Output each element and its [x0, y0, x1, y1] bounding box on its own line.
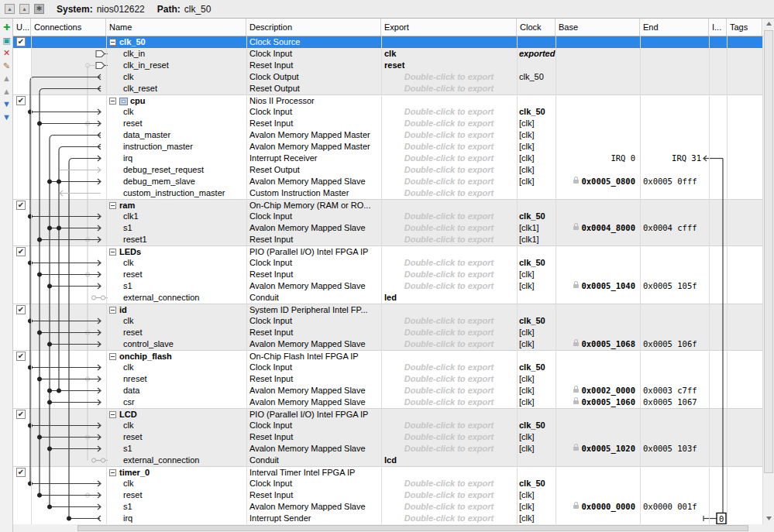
- use-checkbox[interactable]: ✔: [16, 96, 26, 105]
- cell-name[interactable]: clk: [106, 420, 246, 431]
- use-checkbox[interactable]: ✔: [16, 468, 26, 477]
- vertical-scrollbar[interactable]: [763, 19, 774, 524]
- collapse-expander-icon[interactable]: [109, 469, 116, 476]
- table-row[interactable]: clkClock InputDouble-click to exportclk_…: [13, 362, 763, 373]
- move-up-icon[interactable]: ▲: [1, 86, 12, 97]
- move-down-icon[interactable]: ▼: [1, 98, 12, 109]
- cell-export-placeholder[interactable]: Double-click to export: [381, 396, 517, 408]
- use-checkbox[interactable]: ✔: [16, 201, 26, 210]
- table-row[interactable]: custom_instruction_masterCustom Instruct…: [13, 187, 763, 199]
- cell-end-address[interactable]: 0x0005 106f: [640, 338, 709, 350]
- cell-clock[interactable]: clk_50: [517, 71, 556, 83]
- cell-name[interactable]: LCD: [106, 409, 246, 420]
- cell-export-placeholder[interactable]: Double-click to export: [381, 141, 517, 153]
- cell-name[interactable]: clk: [106, 315, 246, 327]
- cell-description[interactable]: Clock Input: [246, 211, 381, 222]
- collapse-expander-icon[interactable]: [109, 353, 116, 360]
- table-row[interactable]: clkClock InputDouble-click to exportclk_…: [13, 420, 763, 431]
- cell-clock[interactable]: clk_50: [517, 362, 556, 373]
- cell-clock[interactable]: [clk]: [517, 443, 556, 455]
- cell-export-placeholder[interactable]: Double-click to export: [381, 431, 517, 443]
- cell-description[interactable]: Reset Output: [246, 83, 381, 94]
- horizontal-scrollbar[interactable]: [13, 524, 774, 532]
- cell-clock[interactable]: [clk]: [517, 176, 556, 187]
- table-row[interactable]: data_masterAvalon Memory Mapped MasterDo…: [13, 129, 763, 141]
- collapse-expander-icon[interactable]: [109, 98, 116, 105]
- cell-export-placeholder[interactable]: Double-click to export: [381, 373, 517, 385]
- cell-clock[interactable]: [clk]: [517, 164, 556, 176]
- cell-export-placeholder[interactable]: Double-click to export: [381, 83, 517, 94]
- cell-export[interactable]: [381, 36, 517, 48]
- table-row[interactable]: dataAvalon Memory Mapped SlaveDouble-cli…: [13, 385, 763, 396]
- table-row[interactable]: s1Avalon Memory Mapped SlaveDouble-click…: [13, 222, 763, 234]
- cell-clock[interactable]: [clk]: [517, 327, 556, 338]
- cell-description[interactable]: Clock Input: [246, 315, 381, 327]
- cell-description[interactable]: Reset Input: [246, 327, 381, 338]
- cell-name[interactable]: custom_instruction_master: [106, 187, 246, 199]
- use-checkbox[interactable]: ✔: [16, 305, 26, 314]
- cell-description[interactable]: Clock Input: [246, 478, 381, 489]
- cell-name[interactable]: clk: [106, 106, 246, 118]
- table-row[interactable]: irqInterrupt ReceiverDouble-click to exp…: [13, 153, 763, 164]
- cell-name[interactable]: clk_in_reset: [106, 60, 246, 71]
- cell-name[interactable]: s1: [106, 443, 246, 455]
- use-checkbox[interactable]: ✔: [16, 37, 26, 46]
- scroll-up-button[interactable]: [763, 19, 774, 29]
- cell-export-placeholder[interactable]: Double-click to export: [381, 420, 517, 431]
- column-header-name[interactable]: Name: [106, 19, 246, 36]
- column-header-base[interactable]: Base: [556, 19, 640, 36]
- cell-export[interactable]: led: [381, 292, 517, 304]
- table-row[interactable]: reset1Reset InputDouble-click to export[…: [13, 234, 763, 245]
- cell-base-address[interactable]: 0x0004_8000: [556, 222, 640, 234]
- cell-end-address[interactable]: 0x0004 cfff: [640, 222, 709, 234]
- table-row[interactable]: clkClock InputDouble-click to exportclk_…: [13, 478, 763, 489]
- cell-description[interactable]: Nios II Processor: [246, 95, 381, 107]
- table-row[interactable]: resetReset InputDouble-click to export[c…: [13, 327, 763, 338]
- cell-description[interactable]: Avalon Memory Mapped Slave: [246, 176, 381, 187]
- cell-description[interactable]: Reset Input: [246, 269, 381, 280]
- cell-export-placeholder[interactable]: Double-click to export: [381, 187, 517, 199]
- float-window-icon[interactable]: ▴: [19, 4, 29, 14]
- cell-base-address[interactable]: 0x0002_0000: [556, 385, 640, 396]
- horizontal-scrollbar-thumb[interactable]: [77, 525, 748, 531]
- cell-clock[interactable]: clk_50: [517, 257, 556, 269]
- collapse-expander-icon[interactable]: [109, 202, 116, 209]
- cell-clock[interactable]: [clk]: [517, 513, 556, 524]
- column-header-end[interactable]: End: [640, 19, 709, 36]
- cell-description[interactable]: Interval Timer Intel FPGA IP: [246, 467, 381, 479]
- cell-export-placeholder[interactable]: Double-click to export: [381, 71, 517, 83]
- cell-base-address[interactable]: 0x0005_1020: [556, 443, 640, 455]
- cell-clock[interactable]: [clk]: [517, 396, 556, 408]
- cell-end-address[interactable]: 0x0000 001f: [640, 501, 709, 513]
- use-checkbox[interactable]: ✔: [16, 247, 26, 256]
- cell-export-placeholder[interactable]: Double-click to export: [381, 211, 517, 222]
- use-checkbox[interactable]: ✔: [16, 352, 26, 361]
- dock-window-icon[interactable]: ▴: [5, 4, 15, 14]
- column-header-description[interactable]: Description: [246, 19, 381, 36]
- cell-clock[interactable]: [clk]: [517, 501, 556, 513]
- collapse-expander-icon[interactable]: [109, 249, 116, 256]
- cell-description[interactable]: Avalon Memory Mapped Slave: [246, 443, 381, 455]
- cell-description[interactable]: Reset Input: [246, 489, 381, 501]
- table-row[interactable]: irqInterrupt SenderDouble-click to expor…: [13, 513, 763, 524]
- cell-export-placeholder[interactable]: Double-click to export: [381, 106, 517, 118]
- table-row[interactable]: ✔LCDPIO (Parallel I/O) Intel FPGA IP: [13, 408, 763, 420]
- table-row[interactable]: ✔clk_50Clock Source: [13, 36, 763, 48]
- cell-name[interactable]: clk: [106, 257, 246, 269]
- cell-description[interactable]: Clock Input: [246, 106, 381, 118]
- cell-end-address[interactable]: 0x0005 1067: [640, 396, 709, 408]
- cell-clock[interactable]: [clk]: [517, 118, 556, 129]
- cell-clock[interactable]: clk_50: [517, 420, 556, 431]
- cell-name[interactable]: onchip_flash: [106, 351, 246, 362]
- table-row[interactable]: ✔onchip_flashOn-Chip Flash Intel FPGA IP: [13, 350, 763, 362]
- cell-description[interactable]: Clock Output: [246, 71, 381, 83]
- cell-export[interactable]: [381, 95, 517, 107]
- cell-end-address[interactable]: IRQ 31: [640, 153, 709, 164]
- cell-description[interactable]: Avalon Memory Mapped Slave: [246, 501, 381, 513]
- table-row[interactable]: resetReset InputDouble-click to export[c…: [13, 118, 763, 129]
- cell-clock[interactable]: [clk]: [517, 269, 556, 280]
- cell-description[interactable]: Reset Input: [246, 431, 381, 443]
- cell-description[interactable]: Reset Input: [246, 234, 381, 245]
- column-header-tags[interactable]: Tags: [727, 19, 762, 36]
- table-row[interactable]: external_connectionConduitlcd: [13, 455, 763, 466]
